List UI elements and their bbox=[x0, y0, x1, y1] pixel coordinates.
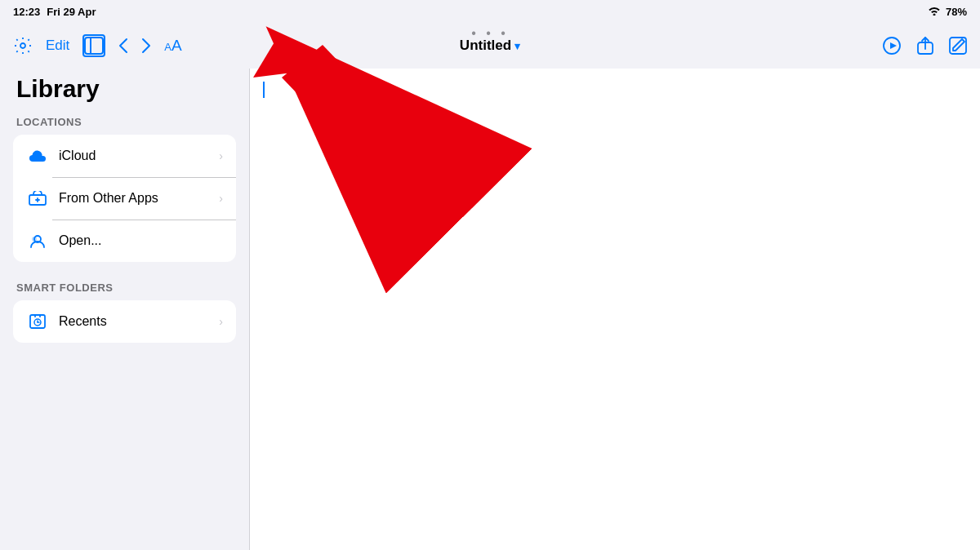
from-other-apps-item[interactable]: From Other Apps › bbox=[13, 177, 236, 220]
main-area: • • • Edit bbox=[0, 23, 980, 550]
date-display: Fri 29 Apr bbox=[47, 6, 96, 18]
toolbar: • • • Edit bbox=[0, 23, 980, 69]
svg-marker-4 bbox=[890, 42, 897, 49]
smart-folders-header: Smart Folders bbox=[13, 282, 236, 294]
wifi-icon bbox=[928, 6, 941, 18]
share-button[interactable] bbox=[916, 36, 934, 55]
icloud-item[interactable]: iCloud › bbox=[13, 135, 236, 177]
toolbar-left: Edit AA bbox=[13, 34, 182, 57]
locations-header: Locations bbox=[13, 116, 236, 128]
icloud-icon bbox=[26, 144, 49, 167]
locations-list: iCloud › From Other Apps › bbox=[13, 135, 236, 262]
from-other-apps-label: From Other Apps bbox=[59, 191, 219, 206]
svg-point-11 bbox=[32, 237, 37, 242]
back-button[interactable] bbox=[118, 38, 128, 54]
document-title[interactable]: Untitled ▾ bbox=[460, 38, 520, 54]
content-area: Library Locations iCloud › bbox=[0, 69, 980, 550]
icloud-chevron-icon: › bbox=[219, 149, 223, 162]
status-right: 78% bbox=[928, 6, 967, 18]
status-bar: 12:23 Fri 29 Apr 78% bbox=[0, 0, 980, 23]
open-label: Open... bbox=[59, 233, 219, 248]
document-title-area[interactable]: Untitled ▾ bbox=[460, 38, 520, 54]
icloud-label: iCloud bbox=[59, 149, 219, 163]
battery-display: 78% bbox=[946, 6, 967, 18]
smart-folders-list: Recents › bbox=[13, 300, 236, 343]
text-cursor bbox=[263, 82, 265, 98]
status-left: 12:23 Fri 29 Apr bbox=[13, 6, 96, 18]
from-other-apps-icon bbox=[26, 187, 49, 210]
forward-button[interactable] bbox=[141, 38, 151, 54]
recents-icon bbox=[26, 310, 49, 333]
sidebar-toggle-button[interactable] bbox=[82, 34, 105, 57]
title-chevron-icon: ▾ bbox=[514, 40, 520, 52]
recents-item[interactable]: Recents › bbox=[13, 300, 236, 343]
recents-chevron-icon: › bbox=[219, 315, 223, 328]
open-item[interactable]: Open... › bbox=[13, 220, 236, 262]
toolbar-right bbox=[882, 36, 967, 55]
note-area[interactable] bbox=[249, 69, 980, 550]
compose-button[interactable] bbox=[949, 37, 967, 55]
svg-point-0 bbox=[20, 43, 25, 48]
sidebar-title: Library bbox=[13, 75, 236, 103]
time-display: 12:23 bbox=[13, 6, 40, 18]
svg-rect-1 bbox=[85, 38, 103, 54]
open-icon bbox=[26, 229, 49, 252]
play-button[interactable] bbox=[882, 36, 902, 55]
edit-button[interactable]: Edit bbox=[46, 38, 69, 54]
from-other-apps-chevron-icon: › bbox=[219, 192, 223, 205]
settings-button[interactable] bbox=[13, 36, 33, 55]
sidebar: Library Locations iCloud › bbox=[0, 69, 249, 550]
font-size-button[interactable]: AA bbox=[164, 37, 181, 55]
recents-label: Recents bbox=[59, 314, 219, 329]
